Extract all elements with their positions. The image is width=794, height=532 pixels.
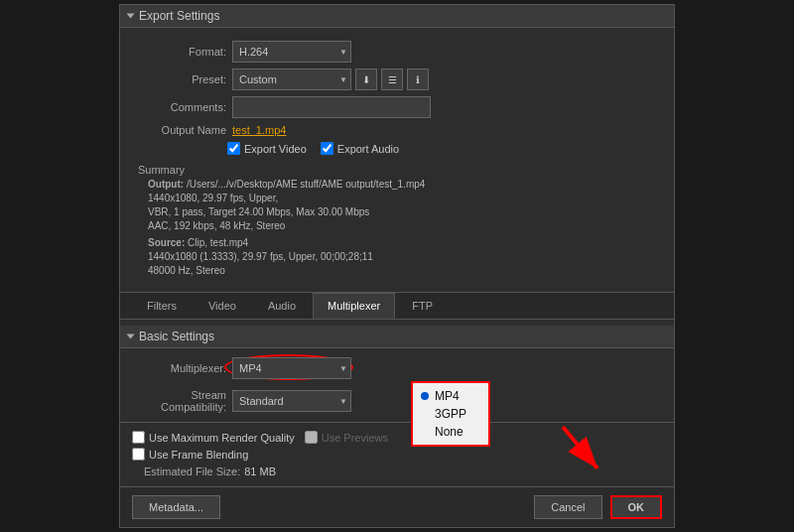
option-3gpp[interactable]: 3GPP xyxy=(421,405,480,423)
preset-label: Preset: xyxy=(132,73,226,85)
comments-input[interactable] xyxy=(232,96,431,118)
max-render-quality-label[interactable]: Use Maximum Render Quality xyxy=(132,431,295,444)
frame-blending-row: Use Frame Blending xyxy=(132,446,662,463)
stream-select-wrapper: Standard xyxy=(232,390,351,412)
option-mp4-dot xyxy=(421,392,429,400)
multiplexer-label: Multiplexer: xyxy=(132,362,226,374)
basic-settings-header: Basic Settings xyxy=(120,326,674,348)
export-video-checkbox-label[interactable]: Export Video xyxy=(227,142,307,155)
tab-filters[interactable]: Filters xyxy=(132,293,192,319)
use-previews-label[interactable]: Use Previews xyxy=(305,431,388,444)
preset-value: Custom ⬇ ☰ ℹ xyxy=(232,68,662,90)
comments-label: Comments: xyxy=(132,101,226,113)
export-video-checkbox[interactable] xyxy=(227,142,240,155)
stream-compatibility-label: Stream Compatibility: xyxy=(132,389,226,413)
multiplexer-value: MP4 MP4 3GPP None xyxy=(232,357,662,379)
estimated-file-size-row: Estimated File Size: 81 MB xyxy=(132,463,662,480)
option-3gpp-label: 3GPP xyxy=(435,407,466,421)
export-audio-checkbox[interactable] xyxy=(321,142,333,155)
tab-video[interactable]: Video xyxy=(194,293,251,319)
tab-multiplexer[interactable]: Multiplexer xyxy=(313,293,395,319)
multiplexer-select-wrapper: MP4 xyxy=(232,357,351,379)
export-settings-header: Export Settings xyxy=(120,5,674,28)
export-settings-title: Export Settings xyxy=(139,9,219,23)
render-options: Use Maximum Render Quality Use Previews … xyxy=(120,423,674,486)
export-video-label: Export Video xyxy=(244,143,307,155)
summary-source-detail2: 48000 Hz, Stereo xyxy=(148,264,662,278)
format-select[interactable]: H.264 xyxy=(232,41,351,63)
summary-header: Summary xyxy=(132,162,662,178)
option-none-dot xyxy=(421,428,429,436)
summary-source-detail1: 1440x1080 (1.3333), 29.97 fps, Upper, 00… xyxy=(148,250,662,264)
option-none[interactable]: None xyxy=(421,423,480,441)
preset-select[interactable]: Custom xyxy=(232,68,351,90)
max-render-quality-checkbox[interactable] xyxy=(132,431,145,444)
frame-blending-checkbox[interactable] xyxy=(132,448,145,461)
option-3gpp-dot xyxy=(421,410,429,418)
summary-output-detail1: 1440x1080, 29.97 fps, Upper, xyxy=(148,192,662,205)
max-render-quality-text: Use Maximum Render Quality xyxy=(149,432,295,444)
use-previews-text: Use Previews xyxy=(322,432,388,444)
summary-output-value: /Users/.../v/Desktop/AME stuff/AME outpu… xyxy=(187,179,425,190)
output-name-value: test_1.mp4 xyxy=(232,124,662,136)
max-render-quality-row: Use Maximum Render Quality Use Previews xyxy=(132,429,662,446)
ok-button[interactable]: OK xyxy=(610,495,663,519)
frame-blending-label[interactable]: Use Frame Blending xyxy=(132,448,248,461)
format-select-wrapper: H.264 xyxy=(232,41,351,63)
estimated-value: 81 MB xyxy=(244,466,276,477)
summary-output-detail2: VBR, 1 pass, Target 24.00 Mbps, Max 30.0… xyxy=(148,205,662,219)
preset-select-wrapper: Custom xyxy=(232,68,351,90)
cancel-button[interactable]: Cancel xyxy=(534,495,601,519)
preset-save-btn[interactable]: ⬇ xyxy=(355,68,377,90)
summary-section: Summary Output: /Users/.../v/Desktop/AME… xyxy=(132,162,662,278)
tab-audio[interactable]: Audio xyxy=(253,293,311,319)
format-value: H.264 xyxy=(232,41,662,63)
preset-row: Preset: Custom ⬇ ☰ ℹ xyxy=(120,66,674,93)
summary-source-label: Source: xyxy=(148,237,185,248)
option-mp4[interactable]: MP4 xyxy=(421,387,480,405)
basic-settings-title: Basic Settings xyxy=(139,330,214,343)
comments-value xyxy=(232,96,662,118)
summary-content: Output: /Users/.../v/Desktop/AME stuff/A… xyxy=(132,178,662,278)
summary-label: Summary xyxy=(138,164,185,176)
multiplexer-select[interactable]: MP4 xyxy=(232,357,351,379)
metadata-button[interactable]: Metadata... xyxy=(132,495,220,519)
ok-cancel-buttons: Cancel OK xyxy=(534,495,662,519)
tabs-row: Filters Video Audio Multiplexer FTP xyxy=(120,293,674,320)
export-audio-label: Export Audio xyxy=(337,143,399,155)
preset-info-btn[interactable]: ℹ xyxy=(407,68,429,90)
multiplexer-dropdown-popup: MP4 3GPP None xyxy=(411,381,490,447)
preset-options-btn[interactable]: ☰ xyxy=(381,68,403,90)
format-label: Format: xyxy=(132,46,226,58)
summary-output-label: Output: xyxy=(148,179,184,190)
estimated-label: Estimated File Size: xyxy=(144,466,240,477)
bottom-bar: Metadata... Cancel OK xyxy=(120,486,674,527)
output-name-link[interactable]: test_1.mp4 xyxy=(232,124,286,136)
summary-source-line: Source: Clip, test.mp4 xyxy=(148,236,662,250)
export-audio-checkbox-label[interactable]: Export Audio xyxy=(321,142,399,155)
summary-source-value: Clip, test.mp4 xyxy=(188,237,248,248)
comments-row: Comments: xyxy=(120,93,674,121)
basic-settings-triangle[interactable] xyxy=(127,334,135,339)
multiplexer-row: Multiplexer: MP4 MP4 3GPP xyxy=(120,354,674,382)
summary-output-line: Output: /Users/.../v/Desktop/AME stuff/A… xyxy=(148,178,662,192)
export-settings-dialog: Export Settings Format: H.264 Preset: Cu… xyxy=(119,4,675,528)
option-none-label: None xyxy=(435,425,463,439)
option-mp4-label: MP4 xyxy=(435,389,460,403)
summary-output-detail3: AAC, 192 kbps, 48 kHz, Stereo xyxy=(148,219,662,233)
frame-blending-text: Use Frame Blending xyxy=(149,449,248,461)
collapse-triangle[interactable] xyxy=(127,14,135,19)
stream-compatibility-row: Stream Compatibility: Standard xyxy=(120,386,674,416)
output-name-label: Output Name xyxy=(132,124,226,136)
use-previews-checkbox xyxy=(305,431,318,444)
tab-ftp[interactable]: FTP xyxy=(397,293,448,319)
basic-settings-area: Basic Settings Multiplexer: MP4 MP4 xyxy=(120,320,674,423)
export-checkboxes-row: Export Video Export Audio xyxy=(120,139,674,158)
stream-select[interactable]: Standard xyxy=(232,390,351,412)
output-name-row: Output Name test_1.mp4 xyxy=(120,121,674,139)
export-settings-area: Format: H.264 Preset: Custom ⬇ ☰ xyxy=(120,28,674,293)
format-row: Format: H.264 xyxy=(120,38,674,66)
